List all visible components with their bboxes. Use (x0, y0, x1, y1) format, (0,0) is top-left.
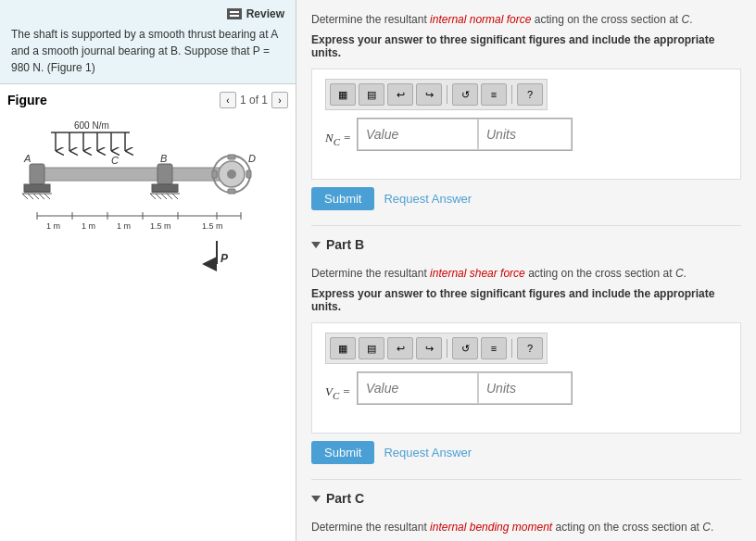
svg-rect-7 (37, 168, 241, 181)
label-b: B (160, 153, 167, 164)
svg-line-24 (167, 194, 172, 199)
part-b-toolbar: ▦ ▤ ↩ ↪ ↺ ≡ ? (325, 333, 548, 364)
part-a-question: Determine the resultant internal normal … (311, 11, 741, 28)
part-b-submit-button[interactable]: Submit (311, 441, 374, 464)
svg-line-12 (22, 194, 28, 199)
svg-line-25 (172, 194, 178, 199)
part-b-btn-row: Submit Request Answer (311, 441, 741, 464)
part-a-toolbar: ▦ ▤ ↩ ↪ ↺ ≡ ? (325, 79, 548, 110)
part-b-highlight: internal shear force (430, 267, 525, 280)
part-b-content: ▦ ▤ ↩ ↪ ↺ ≡ ? VC = (311, 322, 741, 434)
svg-line-13 (28, 194, 33, 199)
svg-line-22 (156, 194, 161, 199)
toolbar-undo-btn-b[interactable]: ↩ (387, 337, 413, 359)
svg-line-15 (39, 194, 44, 199)
part-b-units-input[interactable] (479, 372, 572, 404)
load-label: 600 N/m (74, 120, 109, 131)
divider-ab (311, 225, 741, 226)
part-a-section: Determine the resultant internal normal … (311, 11, 741, 210)
part-c-highlight: internal bending moment (430, 521, 552, 534)
part-c-header: Part C (311, 487, 741, 510)
divider-bc (311, 479, 741, 480)
part-a-units-input[interactable] (479, 119, 572, 150)
label-d: D (248, 153, 256, 164)
svg-rect-29 (228, 155, 235, 159)
svg-text:1.5 m: 1.5 m (150, 221, 171, 231)
svg-line-21 (150, 194, 156, 199)
toolbar-help-btn-b[interactable]: ? (517, 337, 543, 359)
part-b-toggle[interactable] (311, 242, 321, 248)
svg-rect-8 (30, 164, 44, 184)
left-panel: Review The shaft is supported by a smoot… (0, 0, 296, 541)
label-a: A (23, 153, 31, 164)
svg-text:1 m: 1 m (117, 221, 131, 231)
figure-prev-button[interactable]: ‹ (220, 92, 236, 108)
part-c-section: Determine the resultant internal bending… (311, 519, 741, 541)
figure-next-button[interactable]: › (271, 92, 288, 108)
part-a-highlight: internal normal force (430, 13, 531, 26)
svg-rect-9 (24, 184, 50, 192)
svg-text:1.5 m: 1.5 m (202, 221, 223, 231)
review-header: Review The shaft is supported by a smoot… (0, 0, 296, 84)
figure-header: Figure ‹ 1 of 1 › (7, 92, 288, 108)
part-a-value-input[interactable] (358, 119, 478, 150)
part-a-btn-row: Submit Request Answer (311, 187, 741, 210)
part-b-input-row: VC = (325, 371, 727, 414)
toolbar-sep-a2 (511, 85, 512, 104)
toolbar-grid-btn-a[interactable]: ▦ (330, 83, 356, 106)
part-c-label: Part C (326, 491, 364, 506)
svg-line-16 (44, 194, 50, 199)
problem-text: The shaft is supported by a smooth thrus… (11, 26, 284, 76)
toolbar-refresh-btn-b[interactable]: ↺ (452, 337, 478, 359)
toolbar-sep-b2 (511, 339, 512, 358)
toolbar-sep-a1 (447, 85, 447, 104)
svg-rect-18 (152, 184, 178, 192)
toolbar-formula-btn-a[interactable]: ≡ (481, 83, 507, 106)
part-b-value-input[interactable] (358, 372, 478, 404)
svg-point-28 (227, 170, 236, 179)
svg-rect-32 (246, 170, 251, 178)
svg-text:P: P (220, 252, 229, 265)
toolbar-redo-btn-b[interactable]: ↪ (416, 337, 442, 359)
part-a-note: Express your answer to three significant… (311, 33, 741, 59)
figure-title: Figure (7, 93, 47, 107)
part-a-input-box (357, 118, 573, 151)
part-a-request-link[interactable]: Request Answer (384, 192, 472, 206)
part-a-submit-button[interactable]: Submit (311, 187, 374, 210)
figure-page: 1 of 1 (240, 94, 268, 107)
review-label[interactable]: Review (246, 7, 284, 20)
figure-section: Figure ‹ 1 of 1 › 600 N/m (0, 84, 296, 541)
review-title: Review (11, 7, 284, 20)
svg-text:1 m: 1 m (46, 221, 60, 231)
svg-rect-31 (212, 170, 217, 178)
part-a-variable: NC = (325, 131, 353, 147)
svg-text:1 m: 1 m (82, 221, 95, 231)
svg-rect-17 (158, 164, 172, 184)
figure-svg: 600 N/m (19, 116, 278, 320)
toolbar-photo-btn-b[interactable]: ▤ (359, 337, 384, 359)
svg-rect-30 (228, 189, 235, 194)
figure-nav-controls: ‹ 1 of 1 › (220, 92, 288, 108)
part-b-header: Part B (311, 233, 741, 256)
toolbar-help-btn-a[interactable]: ? (517, 83, 543, 106)
svg-line-14 (33, 194, 39, 199)
toolbar-grid-btn-b[interactable]: ▦ (330, 337, 356, 359)
part-b-label: Part B (326, 237, 364, 252)
part-c-question: Determine the resultant internal bending… (311, 519, 741, 535)
part-b-section: Determine the resultant internal shear f… (311, 265, 741, 464)
svg-line-23 (161, 194, 167, 199)
toolbar-undo-btn-a[interactable]: ↩ (387, 83, 413, 106)
part-b-variable: VC = (325, 384, 353, 401)
part-b-request-link[interactable]: Request Answer (384, 446, 472, 459)
part-b-input-box (357, 371, 573, 405)
part-b-note: Express your answer to three significant… (311, 287, 741, 313)
toolbar-photo-btn-a[interactable]: ▤ (359, 83, 384, 106)
toolbar-redo-btn-a[interactable]: ↪ (416, 83, 442, 106)
toolbar-refresh-btn-a[interactable]: ↺ (452, 83, 478, 106)
review-icon (227, 8, 242, 19)
part-c-toggle[interactable] (311, 496, 321, 502)
toolbar-sep-b1 (447, 339, 447, 358)
part-a-content: ▦ ▤ ↩ ↪ ↺ ≡ ? NC = (311, 69, 741, 180)
toolbar-formula-btn-b[interactable]: ≡ (481, 337, 507, 359)
label-c: C (111, 155, 119, 166)
